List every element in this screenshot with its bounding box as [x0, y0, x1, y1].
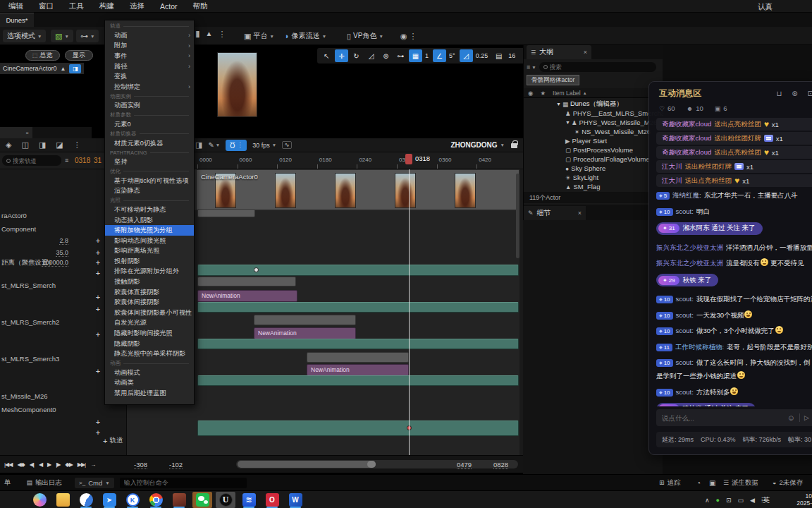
track-search-box[interactable]: [2, 155, 61, 166]
add-key-button[interactable]: +: [94, 269, 102, 277]
menu-item[interactable]: 动画实例: [105, 101, 194, 111]
emoji-icon[interactable]: ☺: [787, 413, 795, 422]
sequencer-camera-icon[interactable]: ◨: [39, 141, 46, 149]
add-key-button[interactable]: +: [94, 330, 102, 339]
taskbar-app-chrome[interactable]: [146, 492, 166, 508]
tab-level-dunes[interactable]: Dunes*: [0, 13, 34, 27]
add-key-button[interactable]: +: [94, 367, 102, 375]
menu-item[interactable]: 影响距离场光照: [105, 246, 194, 257]
add-key-button[interactable]: +: [94, 428, 102, 437]
menu-item[interactable]: 胶囊体直接阴影: [105, 287, 194, 298]
teal-section-bar[interactable]: [197, 421, 519, 436]
menu-item[interactable]: 静态光照中的单采样阴影: [105, 349, 194, 359]
playback-end-field[interactable]: 0828: [493, 461, 508, 469]
menu-item[interactable]: 基于动画tick的可视性选项: [105, 176, 194, 186]
outliner-row[interactable]: ☀SkyLight: [556, 173, 663, 182]
taskbar-app-wechat[interactable]: [192, 492, 212, 508]
send-icon[interactable]: ▷: [804, 414, 809, 421]
animation-section-bar[interactable]: NewAnimation: [254, 327, 356, 339]
overview-button[interactable]: ⬚总览: [25, 50, 60, 61]
menu-item[interactable]: 排除在光源附加分组外: [105, 267, 194, 277]
outliner-filter-button[interactable]: ≡▼: [527, 64, 536, 71]
taskbar-app-word[interactable]: W: [285, 492, 305, 508]
details-tab[interactable]: ✎ 细节 ×: [524, 206, 586, 220]
close-icon[interactable]: ×: [578, 210, 582, 217]
menu-item[interactable]: 自发光光源: [105, 318, 194, 329]
rotation-snap-toggle[interactable]: ∠5°: [433, 49, 458, 62]
menubar-item-构建[interactable]: 构建: [99, 1, 114, 11]
menu-item[interactable]: 渲染静态: [105, 186, 194, 197]
add-key-button[interactable]: +: [94, 418, 102, 426]
outliner-row[interactable]: ✶NS_West_Missile_M26: [556, 127, 663, 136]
taskbar-app-game[interactable]: [169, 492, 189, 508]
transport-button[interactable]: |◀◀: [4, 461, 12, 468]
chat-input[interactable]: [662, 414, 783, 422]
tray-icon-4[interactable]: ◀: [750, 497, 755, 504]
chat-message-list[interactable]: 奇趣收藏家cloud送出点亮粉丝团♥x1奇趣收藏家cloud送出粉丝团灯牌x1奇…: [656, 118, 812, 406]
blueprint-dropdown[interactable]: ⊶▼: [76, 30, 99, 42]
menu-item[interactable]: 不可移动时为静态: [105, 205, 194, 215]
avatar-menu-button[interactable]: ◉⋮: [396, 30, 422, 42]
outliner-tab[interactable]: ☰ 大纲 ×: [527, 45, 591, 59]
transport-button[interactable]: |▶: [56, 461, 60, 468]
item-label-column[interactable]: Item Label: [553, 90, 581, 97]
viewport[interactable]: ⬚总览 显示 CineCameraActor0 ▲ ◨ ↖✛↻◿⊚⊶▦1∠5°◿…: [0, 45, 519, 134]
lanes-vscrollbar[interactable]: [516, 174, 519, 258]
surface-snap-toggle[interactable]: ⊶: [394, 49, 407, 62]
close-icon[interactable]: ×: [584, 49, 587, 56]
sequencer-tab[interactable]: ×: [0, 127, 32, 138]
snap-toggle-button[interactable]: Ω⋮: [226, 140, 247, 151]
outliner-row[interactable]: ▲SM_Flag: [556, 182, 663, 191]
transport-button[interactable]: ◀◆: [17, 461, 24, 468]
eject-pilot-icon[interactable]: ▲: [61, 66, 66, 72]
lock-icon[interactable]: [511, 143, 517, 148]
chat-input-box[interactable]: ☺ ▷: [656, 409, 812, 426]
platforms-dropdown[interactable]: ▣平台▼: [240, 30, 278, 42]
menu-item[interactable]: 变换: [105, 71, 194, 82]
menubar-item-编辑[interactable]: 编辑: [8, 1, 23, 11]
gray-section-bar[interactable]: [254, 315, 356, 325]
gear-icon[interactable]: ⊛: [792, 90, 797, 97]
menubar-item-窗口[interactable]: 窗口: [39, 1, 54, 11]
sequencer-save-icon[interactable]: ◈: [6, 141, 11, 149]
menu-item[interactable]: 禁用后期处理蓝图: [105, 388, 194, 399]
menu-item[interactable]: 隐藏时影响间接光照: [105, 328, 194, 339]
outliner-search-box[interactable]: [539, 62, 656, 72]
eject-icon[interactable]: ▲: [206, 30, 213, 37]
add-key-button[interactable]: +: [94, 258, 102, 267]
teal-section-bar[interactable]: [197, 339, 519, 349]
filter-icon[interactable]: ≡: [65, 157, 68, 164]
favorite-column-icon[interactable]: ★: [540, 90, 546, 97]
expand-arrow-icon[interactable]: ▼: [565, 120, 570, 125]
create-camera-icon[interactable]: ◨: [195, 141, 202, 149]
menu-item[interactable]: 坚持: [105, 157, 194, 167]
teal-section-bar[interactable]: [197, 302, 519, 313]
content-drawer-button[interactable]: 单: [4, 478, 11, 488]
play-options-icon[interactable]: ⋮: [219, 30, 226, 38]
tray-icon-1[interactable]: ●: [716, 497, 720, 504]
grid-snap-toggle[interactable]: ▦1: [409, 49, 431, 62]
move-tool[interactable]: ✛: [335, 49, 348, 62]
add-key-button[interactable]: +: [94, 293, 102, 301]
pixel-streaming-dropdown[interactable]: ◗像素流送▼: [281, 30, 331, 42]
keyframe-dot[interactable]: [254, 267, 259, 272]
taskbar-app-browser[interactable]: [76, 492, 96, 508]
outliner-row[interactable]: ♟PHYS__East_MLRS_Smerch3: [556, 109, 663, 118]
sequence-name[interactable]: ZHONGDONG: [450, 141, 497, 149]
add-actor-dropdown[interactable]: ▧▼: [51, 30, 73, 42]
add-key-button[interactable]: +: [94, 248, 102, 257]
chat-window[interactable]: 互动消息区 ⊔ ⊛ ⊡ ♡60☻10▣6 奇趣收藏家cloud送出点亮粉丝团♥x…: [648, 81, 812, 455]
track-value-field[interactable]: 2.8: [59, 237, 68, 245]
taskbar-app-blue-app[interactable]: ≋: [239, 492, 259, 508]
menu-item[interactable]: 动画类: [105, 378, 194, 389]
add-track-button[interactable]: +轨道: [103, 436, 123, 445]
select-tool[interactable]: ↖: [320, 49, 333, 62]
menubar-item-Actor[interactable]: Actor: [160, 2, 178, 11]
show-button[interactable]: 显示: [65, 50, 93, 61]
sequencer-render-icon[interactable]: ◪: [56, 141, 63, 149]
taskbar-app-unreal-engine[interactable]: U: [216, 492, 235, 508]
animation-section-bar[interactable]: NewAnimation: [197, 290, 297, 302]
add-key-button[interactable]: +: [94, 236, 102, 245]
camera-pilot-button[interactable]: ◨: [69, 64, 81, 73]
visibility-column-icon[interactable]: ◉: [528, 90, 533, 97]
